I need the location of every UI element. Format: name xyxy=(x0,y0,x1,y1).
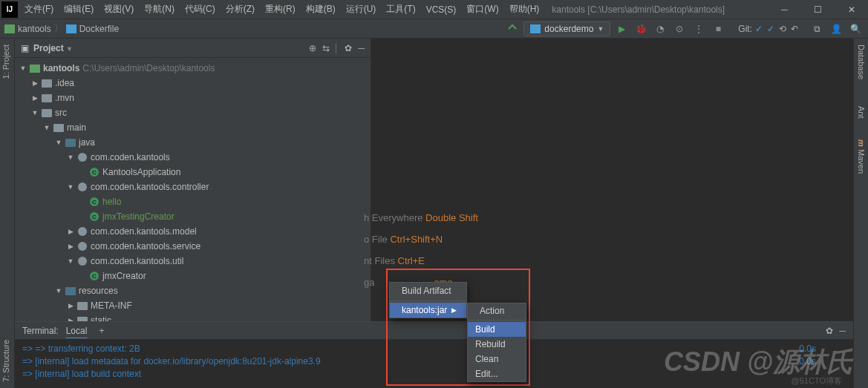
action-rebuild[interactable]: Rebuild xyxy=(468,337,526,352)
chevron-icon[interactable]: ▶ xyxy=(31,79,39,87)
maximize-button[interactable]: ☐ xyxy=(801,0,835,19)
tree-row[interactable]: ▼src xyxy=(15,105,371,120)
tree-row[interactable]: jmxTestingCreator xyxy=(15,209,371,224)
debug-button[interactable]: 🐞 xyxy=(633,21,649,37)
action-clean[interactable]: Clean xyxy=(468,352,526,366)
attach-button[interactable]: ⋮ xyxy=(691,21,707,37)
chevron-icon[interactable]: ▶ xyxy=(67,243,74,250)
menu-code[interactable]: 代码(C) xyxy=(180,3,221,16)
minimize-button[interactable]: ─ xyxy=(768,0,801,19)
git-revert-icon[interactable]: ↶ xyxy=(791,24,798,34)
hide-panel-icon[interactable]: ─ xyxy=(358,43,365,53)
panel-title: Project ▼ xyxy=(33,43,304,53)
close-button[interactable]: ✕ xyxy=(835,0,868,19)
chevron-icon[interactable]: ▼ xyxy=(67,257,74,265)
menu-file[interactable]: 文件(F) xyxy=(19,3,59,16)
chevron-icon[interactable]: ▼ xyxy=(55,139,62,146)
folder-icon xyxy=(77,300,88,311)
tree-row[interactable]: hello xyxy=(15,194,371,209)
coverage-button[interactable]: ◔ xyxy=(652,21,668,37)
panel-settings-icon[interactable]: ✿ xyxy=(345,43,352,53)
tree-root[interactable]: ▼ kantools C:\Users\admin\Desktop\kantoo… xyxy=(15,61,371,76)
chevron-icon[interactable]: ▼ xyxy=(55,287,62,295)
tree-row[interactable]: KantoolsApplication xyxy=(15,165,371,180)
git-history-icon[interactable]: ⟲ xyxy=(779,24,786,34)
menu-view[interactable]: 视图(V) xyxy=(99,3,139,16)
run-configuration-selector[interactable]: dockerdemo ▼ xyxy=(523,22,610,36)
git-commit-icon[interactable]: ✓ xyxy=(755,24,763,34)
tree-row[interactable]: ▶com.coden.kantools.model xyxy=(15,224,371,239)
class-icon xyxy=(89,211,99,222)
project-icon xyxy=(4,24,15,33)
tree-label: com.coden.kantools.model xyxy=(91,226,197,237)
chevron-down-icon: ▼ xyxy=(597,25,604,33)
left-tool-rail: 1: Project 7: Structure xyxy=(0,39,15,388)
chevron-icon[interactable]: ▼ xyxy=(67,154,74,161)
action-edit[interactable]: Edit... xyxy=(468,366,526,381)
terminal-hide-icon[interactable]: ─ xyxy=(839,326,846,336)
stop-button[interactable]: ■ xyxy=(710,21,726,37)
tree-row[interactable]: ▶META-INF xyxy=(15,298,371,313)
collapse-all-icon[interactable] xyxy=(336,43,339,53)
breadcrumb-project[interactable]: kantools xyxy=(18,24,51,34)
build-button[interactable] xyxy=(504,21,521,37)
tree-row[interactable]: ▼main xyxy=(15,120,371,135)
tree-row[interactable]: ▶com.coden.kantools.service xyxy=(15,239,371,254)
tree-row[interactable]: jmxCreator xyxy=(15,269,371,283)
docker-config-icon xyxy=(530,24,541,33)
chevron-icon[interactable]: ▼ xyxy=(67,183,74,191)
chevron-icon[interactable]: ▶ xyxy=(31,94,39,102)
hint-goto-file: o File Ctrl+Shift+N xyxy=(364,234,478,245)
ide-settings-icon[interactable]: ⧉ xyxy=(809,21,825,37)
rail-project[interactable]: 1: Project xyxy=(0,39,14,85)
folder-icon xyxy=(53,122,64,133)
tree-row[interactable]: ▼java xyxy=(15,135,371,150)
tree-label: jmxCreator xyxy=(102,271,146,281)
terminal-settings-icon[interactable]: ✿ xyxy=(826,326,833,336)
chevron-icon[interactable]: ▼ xyxy=(31,109,39,116)
rail-structure[interactable]: 7: Structure xyxy=(0,334,14,388)
artifact-item[interactable]: kantools:jar ▶ xyxy=(390,303,466,318)
terminal-new-tab[interactable]: + xyxy=(94,326,108,336)
breadcrumb-file[interactable]: Dockerfile xyxy=(79,24,119,34)
terminal-tab-local[interactable]: Local xyxy=(59,326,95,336)
tree-row[interactable]: ▼resources xyxy=(15,283,371,298)
menu-run[interactable]: 运行(U) xyxy=(341,3,382,16)
terminal-output[interactable]: => => transferring context: 2B0.0s => [i… xyxy=(15,340,853,384)
git-push-icon[interactable]: ✓ xyxy=(767,24,774,34)
menu-vcs[interactable]: VCS(S) xyxy=(421,4,462,15)
chevron-icon[interactable]: ▶ xyxy=(67,302,74,309)
menu-edit[interactable]: 编辑(E) xyxy=(59,3,99,16)
tree-row[interactable]: ▼com.coden.kantools.controller xyxy=(15,180,371,194)
expand-all-icon[interactable]: ⇆ xyxy=(322,43,330,53)
menu-refactor[interactable]: 重构(R) xyxy=(260,3,301,16)
menu-tools[interactable]: 工具(T) xyxy=(381,3,420,16)
hint-recent-files: nt Files Ctrl+E xyxy=(364,255,478,266)
run-button[interactable]: ▶ xyxy=(613,21,630,37)
tree-row[interactable]: ▼com.coden.kantools xyxy=(15,150,371,165)
chevron-icon[interactable]: ▶ xyxy=(67,228,74,235)
chevron-icon[interactable]: ▼ xyxy=(43,124,50,131)
profile-button[interactable]: ⊙ xyxy=(671,21,688,37)
avatar-icon[interactable]: 👤 xyxy=(828,21,844,37)
action-build[interactable]: Build xyxy=(468,322,526,337)
search-icon[interactable]: 🔍 xyxy=(847,21,864,37)
menu-window[interactable]: 窗口(W) xyxy=(461,3,503,16)
select-opened-icon[interactable]: ⊕ xyxy=(309,43,316,53)
tree-row[interactable]: ▶.mvn xyxy=(15,91,371,105)
package-icon xyxy=(77,152,88,162)
tree-row[interactable]: ▶.idea xyxy=(15,76,371,91)
tree-label: com.coden.kantools.service xyxy=(91,241,200,251)
menu-build[interactable]: 构建(B) xyxy=(301,3,341,16)
tree-row[interactable]: ▼com.coden.kantools.util xyxy=(15,254,371,269)
folder-icon xyxy=(42,78,52,88)
menu-help[interactable]: 帮助(H) xyxy=(504,3,545,16)
menu-nav[interactable]: 导航(N) xyxy=(139,3,180,16)
menu-analyze[interactable]: 分析(Z) xyxy=(221,3,260,16)
rail-database[interactable]: Database xyxy=(854,39,868,85)
rail-ant[interactable]: Ant xyxy=(854,100,868,125)
navigation-bar: kantools 〉 Dockerfile dockerdemo ▼ ▶ 🐞 ◔… xyxy=(0,19,868,39)
class-icon xyxy=(89,167,99,177)
rail-maven[interactable]: mMaven xyxy=(854,134,868,180)
package-icon xyxy=(77,256,88,266)
